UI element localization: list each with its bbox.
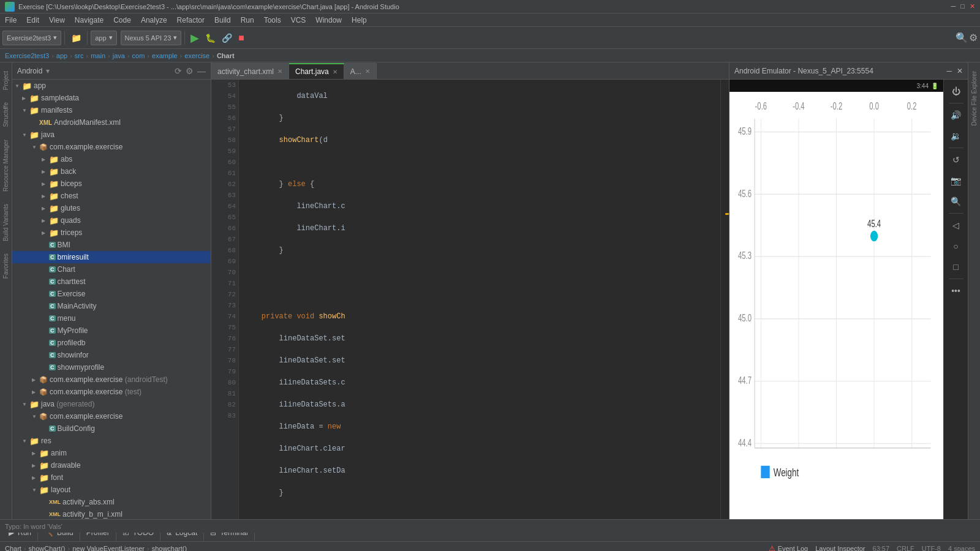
breadcrumb-item-6[interactable]: example <box>152 52 178 59</box>
tree-item-bmi[interactable]: C BMI <box>12 239 211 251</box>
profiler-tab-btn[interactable]: Profiler <box>80 525 116 541</box>
tree-item-res[interactable]: ▼ 📁 res <box>12 435 211 447</box>
emu-zoom-btn[interactable]: 🔍 <box>947 192 965 211</box>
project-vtab[interactable]: Project <box>1 67 10 94</box>
layout-inspector-btn[interactable]: Layout Inspector <box>815 545 865 552</box>
terminal-tab-btn[interactable]: ⊟ Terminal <box>204 525 254 541</box>
tab-chart-java[interactable]: Chart.java ✕ <box>289 63 344 79</box>
tree-item-myprofile[interactable]: C MyProfile <box>12 324 211 337</box>
tree-item-exercise[interactable]: C Exercise <box>12 288 211 300</box>
emu-back-btn[interactable]: ◁ <box>947 216 965 234</box>
breadcrumb-item-1[interactable]: app <box>56 52 67 59</box>
tab-activity-chart-xml[interactable]: activity_chart.xml ✕ <box>211 63 289 79</box>
menu-item-vcs[interactable]: VCS <box>286 13 311 26</box>
tree-item-back[interactable]: ▶ 📁 back <box>12 165 211 178</box>
tree-item-activity-back-xml[interactable]: XML activity_back.xml <box>12 520 211 524</box>
tree-item-sampledata[interactable]: ▶ 📁 sampledata <box>12 92 211 104</box>
emulator-minimize-btn[interactable]: ─ <box>946 67 952 75</box>
tree-item-layout[interactable]: ▼ 📁 layout <box>12 484 211 496</box>
attach-debugger-btn[interactable]: 🔗 <box>219 33 235 43</box>
menu-item-code[interactable]: Code <box>108 13 136 26</box>
tree-item-package-generated[interactable]: ▼ 📦 com.example.exercise <box>12 410 211 422</box>
breadcrumb-item-3[interactable]: main <box>91 52 105 59</box>
breadcrumb-item-8[interactable]: Chart <box>217 52 235 59</box>
emu-home-btn[interactable]: ○ <box>947 237 965 255</box>
build-config-dropdown[interactable]: app▾ <box>91 31 116 45</box>
tree-item-buildconfig[interactable]: C BuildConfig <box>12 422 211 435</box>
emu-more-btn[interactable]: ••• <box>947 282 965 300</box>
tree-item-activity-bmi-xml[interactable]: XML activity_b_m_i.xml <box>12 508 211 520</box>
tree-item-abs[interactable]: ▶ 📁 abs <box>12 153 211 165</box>
menu-item-file[interactable]: File <box>0 13 21 26</box>
tree-item-manifests[interactable]: ▼ 📁 manifests <box>12 104 211 116</box>
panel-settings-btn[interactable]: ⚙ <box>186 66 194 76</box>
tree-item-showinfor[interactable]: C showinfor <box>12 349 211 361</box>
tree-item-triceps[interactable]: ▶ 📁 triceps <box>12 227 211 239</box>
tree-item-glutes[interactable]: ▶ 📁 glutes <box>12 202 211 214</box>
resource-vtab[interactable]: Resource Manager <box>1 136 10 195</box>
tree-item-mainactivity[interactable]: C MainActivity <box>12 300 211 312</box>
sdk-dropdown[interactable]: Nexus 5 API 23▾ <box>121 31 182 45</box>
sync-btn[interactable]: ⟳ <box>175 66 182 76</box>
android-dropdown-chevron[interactable]: ▾ <box>46 67 50 75</box>
tree-item-profiledb[interactable]: C profiledb <box>12 337 211 349</box>
tab-close-activity-chart[interactable]: ✕ <box>277 68 282 75</box>
emu-volume-up-btn[interactable]: 🔊 <box>947 106 965 124</box>
tab-close-chart-java[interactable]: ✕ <box>333 69 337 75</box>
tree-item-package-androidtest[interactable]: ▶ 📦 com.example.exercise (androidTest) <box>12 373 211 386</box>
tree-item-bmiresuilt[interactable]: C bmiresuilt <box>12 251 211 263</box>
breadcrumb-item-7[interactable]: exercise <box>184 52 209 59</box>
menu-item-analyze[interactable]: Analyze <box>136 13 172 26</box>
close-btn[interactable]: ✕ <box>970 2 975 10</box>
tree-item-chest[interactable]: ▶ 📁 chest <box>12 190 211 202</box>
breadcrumb-item-2[interactable]: src <box>75 52 84 59</box>
tree-item-menu[interactable]: C menu <box>12 312 211 324</box>
build-tab-btn[interactable]: 🔨 Build <box>38 525 80 541</box>
tab-another[interactable]: A... ✕ <box>344 63 377 79</box>
menu-item-help[interactable]: Help <box>347 13 372 26</box>
breadcrumb-valueeventlistener[interactable]: new ValueEventListener <box>72 545 145 552</box>
breadcrumb-item-4[interactable]: java <box>113 52 125 59</box>
logcat-tab-btn[interactable]: & Logcat <box>160 525 204 541</box>
menu-item-refactor[interactable]: Refactor <box>172 13 209 26</box>
breadcrumb-showchart[interactable]: showChart() <box>29 545 66 552</box>
tree-item-package-main[interactable]: ▼ 📦 com.example.exercise <box>12 141 211 153</box>
emu-rotate-btn[interactable]: ↺ <box>947 151 965 169</box>
todo-tab-btn[interactable]: ☑ TODO <box>116 525 160 541</box>
favorites-vtab[interactable]: Favorites <box>1 250 10 282</box>
device-explorer-vtab[interactable]: Device File Explorer <box>970 67 979 129</box>
breadcrumb-showchartfn[interactable]: showchart() <box>152 545 187 552</box>
menu-item-run[interactable]: Run <box>236 13 259 26</box>
menu-item-tools[interactable]: Tools <box>259 13 286 26</box>
open-project-btn[interactable]: 📁 <box>68 30 84 46</box>
tree-item-androidmanifest[interactable]: XML AndroidManifest.xml <box>12 116 211 129</box>
panel-minimize-btn[interactable]: — <box>197 66 206 76</box>
run-button[interactable]: ▶ <box>188 31 202 45</box>
emu-recent-btn[interactable]: □ <box>947 258 965 276</box>
project-dropdown[interactable]: Exercise2test3▾ <box>2 31 61 45</box>
emu-screenshot-btn[interactable]: 📷 <box>947 171 965 190</box>
search-btn[interactable]: 🔍 <box>956 32 968 43</box>
tree-item-font[interactable]: ▶ 📁 font <box>12 471 211 484</box>
tab-close-another[interactable]: ✕ <box>365 68 370 75</box>
maximize-btn[interactable]: □ <box>960 2 965 10</box>
stop-button[interactable]: ■ <box>236 32 247 43</box>
tree-item-java-generated[interactable]: ▼ 📁 java (generated) <box>12 398 211 410</box>
tree-item-showmyprofile[interactable]: C showmyprofile <box>12 361 211 373</box>
emulator-close-btn[interactable]: ✕ <box>957 67 963 75</box>
emu-volume-down-btn[interactable]: 🔉 <box>947 127 965 145</box>
tree-item-biceps[interactable]: ▶ 📁 biceps <box>12 178 211 190</box>
tree-item-chart[interactable]: C Chart <box>12 263 211 276</box>
scrollbar-thumb[interactable] <box>804 519 869 524</box>
tree-item-anim[interactable]: ▶ 📁 anim <box>12 447 211 459</box>
breadcrumb-item-0[interactable]: Exercise2test3 <box>5 52 49 59</box>
menu-item-build[interactable]: Build <box>209 13 236 26</box>
breadcrumb-item-5[interactable]: com <box>132 52 145 59</box>
tree-item-app[interactable]: ▼ 📁 app <box>12 80 211 92</box>
menu-item-edit[interactable]: Edit <box>21 13 44 26</box>
menu-item-window[interactable]: Window <box>311 13 347 26</box>
tree-item-quads[interactable]: ▶ 📁 quads <box>12 214 211 227</box>
title-bar-controls[interactable]: ─ □ ✕ <box>951 2 975 10</box>
build-variants-vtab[interactable]: Build Variants <box>1 200 10 245</box>
menu-item-view[interactable]: View <box>44 13 70 26</box>
